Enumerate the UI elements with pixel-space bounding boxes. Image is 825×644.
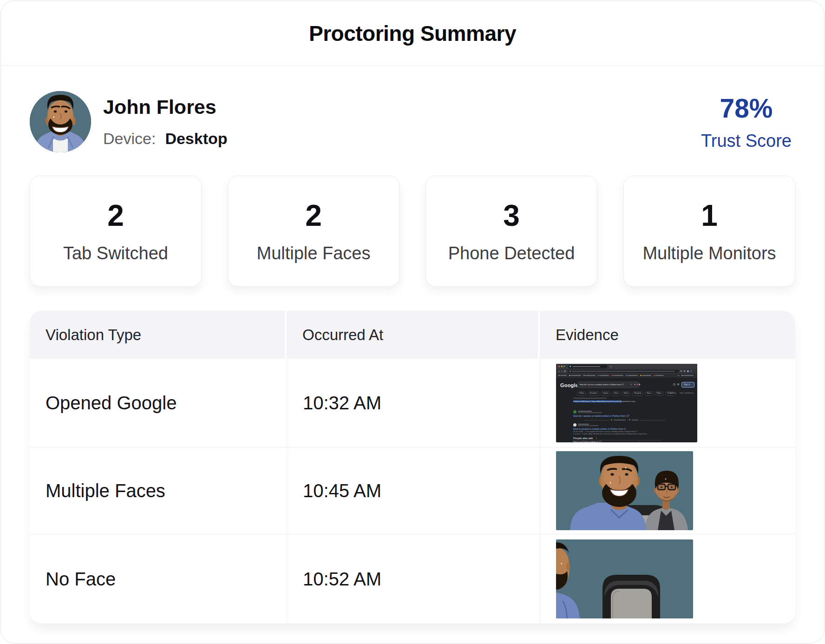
related-answers-icon — [611, 419, 612, 421]
google-logo: Google — [560, 383, 578, 388]
bookmark-favicon-icon — [640, 375, 642, 376]
filter-chip: Shopping — [632, 391, 643, 396]
bookmark-favicon-icon — [654, 375, 655, 376]
evidence-cell — [540, 534, 795, 624]
bookmark-favicon-icon — [583, 375, 585, 376]
expand-chevron-icon: ⌄ — [639, 440, 641, 442]
blurred-text-bar — [683, 375, 694, 376]
apps-grid-icon — [677, 383, 679, 385]
all-filters-label: All filters — [670, 393, 676, 394]
filter-chip: Images — [601, 391, 610, 396]
filter-chip: Examples — [588, 391, 599, 396]
mac-minimize-icon — [561, 366, 563, 367]
blurred-text-bar — [571, 375, 581, 376]
filter-chip: News — [612, 391, 620, 396]
stat-value: 2 — [107, 201, 124, 230]
search-icon — [639, 384, 640, 385]
results-stats-bar — [573, 398, 607, 399]
table-row: Opened Google 10:32 AM — [30, 359, 795, 447]
violation-type-cell: Multiple Faces — [30, 447, 287, 534]
lens-icon — [636, 384, 638, 385]
stat-card-phone-detected: 3 Phone Detected — [426, 176, 597, 287]
blurred-text-bar — [600, 375, 609, 376]
blurred-text-bar — [560, 375, 567, 376]
all-bookmarks-icon — [681, 375, 683, 376]
column-header-evidence: Evidence — [540, 311, 795, 359]
divider — [584, 420, 609, 421]
divider — [627, 420, 628, 421]
voice-search-icon — [634, 384, 635, 385]
stat-label: Multiple Monitors — [642, 244, 776, 262]
bookmark-favicon-icon — [598, 375, 599, 376]
stat-value: 1 — [701, 201, 718, 230]
site-url-bar — [578, 425, 598, 426]
divider — [640, 420, 665, 421]
empty-chair — [602, 575, 660, 618]
evidence-image-two-faces-photo[interactable] — [556, 451, 693, 530]
header: Proctoring Summary — [1, 1, 824, 66]
feedback-bar — [632, 420, 638, 421]
evidence-image-google-search-screenshot[interactable]: Google How do I access a module written … — [556, 364, 697, 442]
bookmark-favicon-icon — [558, 375, 560, 376]
violations-table: Violation Type Occurred At Evidence Open… — [30, 311, 795, 624]
tab-favicon-icon — [570, 366, 571, 367]
column-header-occurred-at: Occurred At — [287, 311, 540, 359]
result-snippet: 1 answer · 0 votes: Hey, @Kshitij You ca… — [573, 434, 648, 435]
table-header-row: Violation Type Occurred At Evidence — [30, 311, 795, 359]
page-title: Proctoring Summary — [309, 21, 516, 46]
show-related-answers-bar — [614, 420, 626, 421]
stat-card-tab-switched: 2 Tab Switched — [30, 176, 202, 287]
blurred-text-bar — [642, 375, 651, 376]
stat-value: 3 — [503, 201, 520, 230]
stat-label: Phone Detected — [448, 244, 575, 262]
tools-label: Tools — [680, 393, 683, 394]
candidate-info: John Flores Device: Desktop — [103, 96, 228, 148]
device-label: Device: — [103, 130, 156, 148]
blurred-url-bar — [572, 371, 675, 372]
filter-chip: Flights — [655, 391, 664, 396]
filter-chip: Books — [622, 391, 630, 396]
evidence-image-no-face-photo[interactable] — [556, 539, 693, 618]
trust-score-label: Trust Score — [701, 131, 792, 151]
content: John Flores Device: Desktop 78% Trust Sc… — [1, 91, 824, 624]
back-icon — [558, 371, 560, 372]
site-name-bar — [578, 424, 589, 425]
table-row: No Face 10:52 AM — [30, 534, 795, 624]
avatar — [30, 91, 91, 152]
stackoverflow-favicon-icon — [573, 410, 576, 414]
reload-icon — [564, 370, 566, 372]
related-question: How to use Python modules in C? — [573, 441, 601, 442]
candidate-name: John Flores — [103, 96, 228, 118]
bookmark-favicon-icon — [626, 375, 627, 376]
result-title-link: How to access a module written in Python… — [573, 428, 626, 430]
browser-menu-icon — [691, 370, 692, 372]
evidence-cell: Google How do I access a module written … — [540, 359, 795, 447]
trust-score: 78% Trust Score — [701, 93, 795, 151]
stat-label: Tab Switched — [63, 244, 168, 262]
result-snippet: 26 Jun 2020 — Can anyone tell how to acc… — [573, 431, 638, 433]
clear-search-icon: × — [630, 383, 632, 386]
feedback-icon — [629, 419, 630, 421]
search-filter-chips: Videos Examples Images News Books Shoppi… — [577, 391, 675, 396]
cursor-bar — [596, 437, 596, 439]
stat-card-multiple-faces: 2 Multiple Faces — [228, 176, 399, 287]
chevron-icon — [678, 375, 679, 376]
site-url-bar — [578, 412, 602, 413]
bookmark-favicon-icon — [611, 375, 613, 376]
device-value: Desktop — [165, 130, 227, 148]
browser-profile-avatar — [687, 370, 689, 372]
occurred-at-cell: 10:32 AM — [287, 359, 540, 447]
forward-icon — [561, 371, 563, 372]
settings-icon — [673, 383, 675, 386]
stat-label: Multiple Faces — [257, 244, 371, 262]
lock-icon — [570, 371, 571, 372]
blurred-text-bar — [572, 366, 600, 367]
mac-close-icon — [558, 366, 560, 367]
occurred-at-cell: 10:52 AM — [287, 534, 540, 624]
search-query: How do I access a module written in Pyth… — [580, 384, 630, 386]
table-row: Multiple Faces 10:45 AM — [30, 447, 795, 534]
proctoring-summary-page: Proctoring Summary — [0, 0, 825, 644]
result2-favicon-icon — [573, 423, 576, 427]
evidence-cell — [540, 447, 795, 534]
filter-chip: Maps — [645, 391, 653, 396]
